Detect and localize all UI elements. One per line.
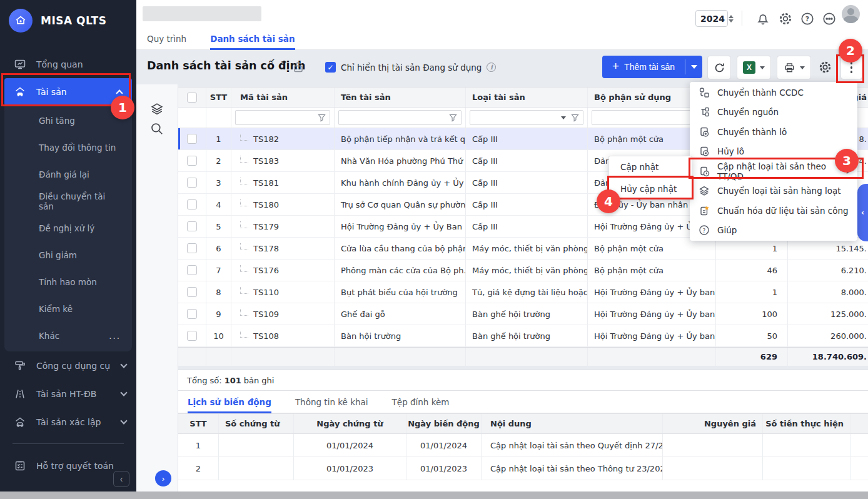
sidebar-label: Tài sản xyxy=(36,87,107,97)
row-checkbox[interactable] xyxy=(187,287,197,297)
expand-panel-button[interactable]: › xyxy=(155,470,171,486)
more-actions-menu: Chuyển thành CCDC Chuyển nguồn Chuyển th… xyxy=(690,82,857,241)
sidebar-item-cong-cu-dung-cu[interactable]: Công cụ dụng cụ xyxy=(0,351,136,380)
sidebar-item-tinh-hao-mon[interactable]: Tính hao mòn xyxy=(4,268,132,295)
annotation-badge-3: 3 xyxy=(835,149,859,173)
layers-icon[interactable] xyxy=(150,102,164,116)
row-checkbox[interactable] xyxy=(187,309,197,319)
print-button[interactable] xyxy=(777,56,811,79)
history-row[interactable]: 2 01/01/2023 01/01/2023 Cập nhật loại tà… xyxy=(178,457,868,480)
sidebar-item-ghi-giam[interactable]: Ghi giảm xyxy=(4,241,132,268)
gear-icon[interactable] xyxy=(778,11,793,26)
row-checkbox[interactable] xyxy=(187,265,197,275)
export-excel-button[interactable]: X xyxy=(737,56,771,79)
col-noi-dung: Nội dung xyxy=(482,414,663,433)
sidebar-item-tai-san-xac-lap[interactable]: Tài sản xác lập xyxy=(0,408,136,436)
table-settings-button[interactable] xyxy=(817,60,832,75)
table-row[interactable]: 10 TS108 Bàn hội trường Bàn ghế hội trườ… xyxy=(178,325,868,347)
col-ten-tai-san[interactable]: Tên tài sản xyxy=(335,88,466,107)
search-icon[interactable] xyxy=(150,122,164,136)
sidebar-item-tong-quan[interactable]: Tổng quan xyxy=(0,50,136,78)
add-asset-button[interactable]: +Thêm tài sản xyxy=(602,56,702,78)
tree-node-icon xyxy=(240,221,248,228)
row-checkbox[interactable] xyxy=(187,221,197,231)
menu-item-chuyen-thanh-ccdc[interactable]: Chuyển thành CCDC xyxy=(690,83,857,103)
tab-thong-tin-ke-khai[interactable]: Thông tin kê khai xyxy=(295,391,368,413)
row-checkbox[interactable] xyxy=(187,243,197,253)
submenu-item-cap-nhat[interactable]: Cập nhật xyxy=(609,156,692,178)
refresh-icon xyxy=(714,62,725,74)
sidebar-item-kiem-ke[interactable]: Kiểm kê xyxy=(4,295,132,322)
menu-item-cap-nhat-loai-tai-san-theo-tt-qd[interactable]: Cập nhật loại tài sản theo TT/QĐ › xyxy=(690,161,857,181)
menu-item-huy-lo[interactable]: Hủy lô xyxy=(690,142,857,162)
sidebar-item-danh-gia-lai[interactable]: Đánh giá lại xyxy=(4,161,132,188)
only-in-use-filter[interactable]: ✓ Chỉ hiển thị tài sản Đang sử dụng i xyxy=(325,62,496,73)
row-checkbox[interactable] xyxy=(187,331,197,341)
chevron-down-icon xyxy=(120,361,127,368)
left-rail: › xyxy=(136,84,178,491)
sidebar-item-tai-san-ht-db[interactable]: Tài sản HT-ĐB xyxy=(0,380,136,408)
record-count: 101 xyxy=(225,376,241,385)
row-checkbox[interactable] xyxy=(187,199,197,209)
row-checkbox[interactable] xyxy=(187,134,197,144)
tree-node-icon xyxy=(240,156,248,163)
annotation-badge-4: 4 xyxy=(597,189,620,213)
menu-item-chuyen-thanh-lo[interactable]: Chuyển thành lô xyxy=(690,122,857,142)
table-row[interactable]: 9 TS109 Ghế đai gỗ Bàn ghế hội trường Hộ… xyxy=(178,303,868,325)
sidebar-collapse-button[interactable]: ‹ xyxy=(113,471,129,487)
table-row[interactable]: 8 TS110 Bụt phát biểu của hội trường Tủ,… xyxy=(178,281,868,303)
funnel-icon[interactable] xyxy=(449,114,457,122)
avatar[interactable] xyxy=(842,5,860,23)
cancel-batch-icon xyxy=(699,146,710,157)
table-row[interactable]: 7 TS176 Phông màn các cửa của Bộ ph... M… xyxy=(178,260,868,281)
menu-item-chuyen-nguon[interactable]: Chuyển nguồn xyxy=(690,103,857,123)
filter-input-ma[interactable] xyxy=(235,110,330,125)
tab-quy-trinh[interactable]: Quy trình xyxy=(147,28,186,49)
checkbox-checked-icon[interactable]: ✓ xyxy=(325,62,336,73)
col-stt: STT xyxy=(178,414,219,433)
table-row[interactable]: 6 TS178 Cửa lùa cầu thang của bộ phận...… xyxy=(178,238,868,260)
sidebar-item-khac[interactable]: Khác... xyxy=(4,322,132,349)
tree-node-icon xyxy=(240,287,248,294)
row-checkbox[interactable] xyxy=(187,156,197,166)
caret-down-icon xyxy=(760,66,765,69)
menu-item-giup[interactable]: ? Giúp xyxy=(690,221,857,241)
submenu-item-huy-cap-nhat[interactable]: Hủy cập nhật xyxy=(609,178,692,199)
help-icon[interactable]: ? xyxy=(800,11,815,26)
year-spinner-icon[interactable] xyxy=(729,15,734,23)
sidebar-item-dieu-chuyen-tai-san[interactable]: Điều chuyển tài sản xyxy=(4,188,132,214)
collapse-right-panel-tab[interactable]: ‹ xyxy=(857,184,868,241)
col-stt[interactable]: STT xyxy=(206,88,231,107)
gear-icon xyxy=(818,60,832,74)
filter-select-loai[interactable] xyxy=(470,110,583,125)
row-checkbox[interactable] xyxy=(187,178,197,188)
refresh-button[interactable] xyxy=(707,56,731,79)
sidebar-label: Tài sản xác lập xyxy=(36,417,111,427)
tab-danh-sach-tai-san[interactable]: Danh sách tài sản xyxy=(210,28,295,49)
kebab-icon xyxy=(850,62,853,73)
select-all-checkbox[interactable] xyxy=(187,93,197,103)
filter-input-ten[interactable] xyxy=(338,110,462,125)
history-row[interactable]: 1 01/01/2024 01/01/2024 Cập nhật loại tà… xyxy=(178,434,868,457)
funnel-icon[interactable] xyxy=(318,114,326,122)
more-ellipsis-icon[interactable]: ... xyxy=(109,331,121,341)
sidebar-item-de-nghi-xu-ly[interactable]: Đề nghị xử lý xyxy=(4,214,132,241)
menu-item-chuyen-loai-tai-san-hang-loat[interactable]: Chuyển loại tài sản hàng loạt xyxy=(690,181,857,201)
tab-tep-dinh-kem[interactable]: Tệp đính kèm xyxy=(392,391,450,413)
menu-item-chuan-hoa-du-lieu-tai-san-cong[interactable]: Chuẩn hóa dữ liệu tài sản công xyxy=(690,201,857,221)
col-ma-tai-san[interactable]: Mã tài sản xyxy=(231,88,335,107)
funnel-icon[interactable] xyxy=(571,114,579,122)
more-icon[interactable] xyxy=(822,11,837,26)
unlock-icon[interactable] xyxy=(293,61,304,73)
help-circle-icon: ? xyxy=(699,224,710,236)
fiscal-year-selector[interactable]: 2024 xyxy=(695,10,728,27)
col-so-tien-thuc-hien: Số tiền thực hiện xyxy=(763,414,850,433)
bell-icon[interactable] xyxy=(755,11,770,26)
col-loai-tai-san[interactable]: Loại tài sản xyxy=(466,88,588,107)
sidebar-item-thay-doi-thong-tin[interactable]: Thay đổi thông tin xyxy=(4,134,132,161)
svg-text:?: ? xyxy=(805,15,809,23)
add-asset-dropdown[interactable] xyxy=(685,65,702,69)
tab-lich-su-bien-dong[interactable]: Lịch sử biến động xyxy=(188,391,271,413)
horizontal-scrollbar[interactable] xyxy=(0,491,868,499)
info-icon[interactable]: i xyxy=(487,63,496,72)
